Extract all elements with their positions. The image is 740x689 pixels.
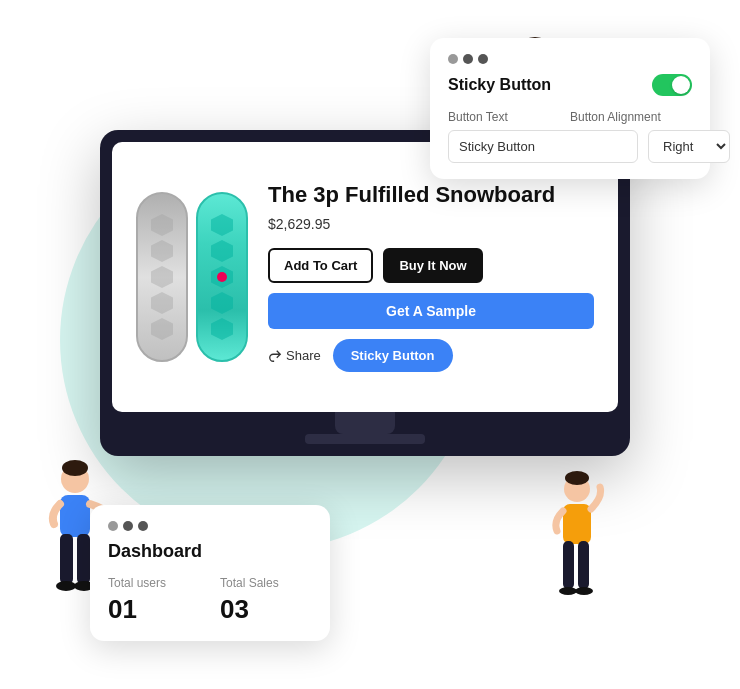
dashboard-dot-3 — [138, 521, 148, 531]
monitor-base — [305, 434, 425, 444]
svg-point-15 — [565, 471, 589, 485]
stat-sales-label: Total Sales — [220, 576, 312, 590]
product-price: $2,629.95 — [268, 216, 594, 232]
alignment-select[interactable]: Left Center Right — [648, 130, 730, 163]
product-image-area — [136, 192, 248, 362]
dot-3 — [478, 54, 488, 64]
svg-point-19 — [559, 587, 577, 595]
sticky-card-inputs: Left Center Right — [448, 130, 692, 163]
stat-total-users: Total users 01 — [108, 576, 200, 625]
snowboard-right — [196, 192, 248, 362]
svg-rect-18 — [578, 541, 589, 589]
svg-rect-10 — [60, 534, 73, 584]
dot-2 — [463, 54, 473, 64]
share-sticky-row: Share Sticky Button — [268, 339, 594, 372]
sticky-button-preview[interactable]: Sticky Button — [333, 339, 453, 372]
svg-point-8 — [62, 460, 88, 476]
share-link[interactable]: Share — [268, 348, 321, 363]
person-right-illustration — [545, 469, 610, 629]
sticky-card-header: Sticky Button — [448, 74, 692, 96]
stat-sales-value: 03 — [220, 594, 312, 625]
dashboard-title: Dashboard — [108, 541, 312, 562]
button-text-input[interactable] — [448, 130, 638, 163]
toggle-knob — [672, 76, 690, 94]
svg-rect-17 — [563, 541, 574, 589]
dashboard-card: Dashboard Total users 01 Total Sales 03 — [90, 505, 330, 641]
svg-rect-9 — [60, 495, 90, 537]
sticky-card-dots — [448, 54, 692, 64]
monitor-screen: The 3p Fulfilled Snowboard $2,629.95 Add… — [112, 142, 618, 412]
snowboard-left — [136, 192, 188, 362]
sticky-config-card: Sticky Button Button Text Button Alignme… — [430, 38, 710, 179]
share-icon — [268, 349, 282, 363]
add-to-cart-button[interactable]: Add To Cart — [268, 248, 373, 283]
svg-rect-16 — [563, 504, 591, 544]
label-button-text: Button Text — [448, 110, 570, 124]
svg-point-12 — [56, 581, 76, 591]
monitor-stand — [335, 412, 395, 434]
stat-users-value: 01 — [108, 594, 200, 625]
sticky-card-labels: Button Text Button Alignment — [448, 110, 692, 124]
dashboard-dot-1 — [108, 521, 118, 531]
dashboard-dot-2 — [123, 521, 133, 531]
label-button-alignment: Button Alignment — [570, 110, 692, 124]
stat-total-sales: Total Sales 03 — [220, 576, 312, 625]
product-info: The 3p Fulfilled Snowboard $2,629.95 Add… — [268, 182, 594, 372]
person-right-svg — [545, 469, 610, 629]
stat-users-label: Total users — [108, 576, 200, 590]
sticky-card-title: Sticky Button — [448, 76, 551, 94]
svg-rect-11 — [77, 534, 90, 584]
dashboard-stats: Total users 01 Total Sales 03 — [108, 576, 312, 625]
product-btn-row: Add To Cart Buy It Now — [268, 248, 594, 283]
get-sample-button[interactable]: Get A Sample — [268, 293, 594, 329]
buy-it-now-button[interactable]: Buy It Now — [383, 248, 482, 283]
svg-point-20 — [575, 587, 593, 595]
product-title: The 3p Fulfilled Snowboard — [268, 182, 594, 208]
sticky-toggle[interactable] — [652, 74, 692, 96]
snowboard-dot — [217, 272, 227, 282]
dashboard-dots — [108, 521, 312, 531]
dot-1 — [448, 54, 458, 64]
hex-pattern-left — [151, 214, 173, 340]
